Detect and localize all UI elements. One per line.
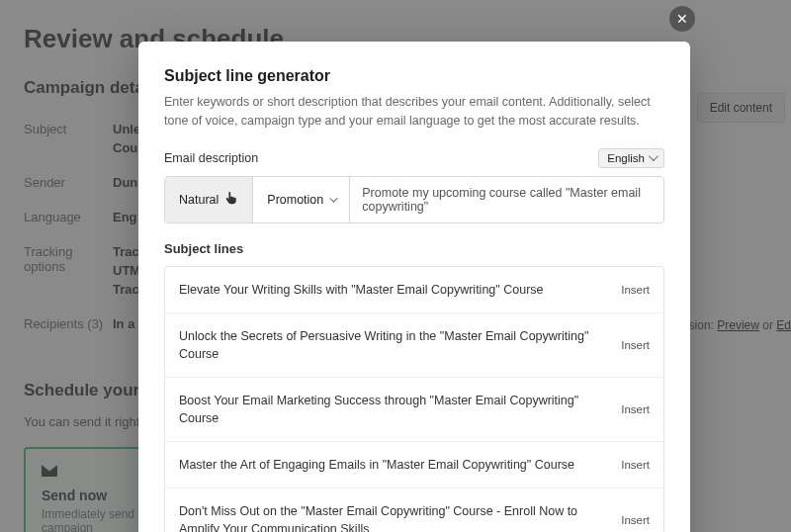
insert-button[interactable]: Insert <box>621 459 650 471</box>
subject-line-text: Don't Miss Out on the "Master Email Copy… <box>179 502 605 532</box>
insert-button[interactable]: Insert <box>621 284 650 296</box>
tone-value: Natural <box>179 193 219 207</box>
modal-helper-text: Enter keywords or short description that… <box>164 93 664 131</box>
insert-button[interactable]: Insert <box>621 514 650 526</box>
subject-line-item: Unlock the Secrets of Persuasive Writing… <box>165 313 663 378</box>
language-selector[interactable]: English <box>598 148 664 168</box>
email-desc-label: Email description <box>164 151 258 165</box>
subject-line-item: Elevate Your Writing Skills with "Master… <box>165 267 663 313</box>
email-desc-header: Email description English <box>164 148 664 168</box>
type-value: Promotion <box>267 193 323 207</box>
subject-lines-label: Subject lines <box>164 241 664 256</box>
insert-button[interactable]: Insert <box>621 403 650 415</box>
close-icon[interactable]: ✕ <box>669 6 695 32</box>
subject-line-item: Don't Miss Out on the "Master Email Copy… <box>165 488 663 532</box>
subject-lines-list: Elevate Your Writing Skills with "Master… <box>164 266 664 533</box>
tone-selector[interactable]: Natural <box>165 177 253 222</box>
subject-line-item: Boost Your Email Marketing Success throu… <box>165 378 663 442</box>
subject-line-text: Unlock the Secrets of Persuasive Writing… <box>179 327 605 363</box>
language-value: English <box>607 152 645 164</box>
cursor-hand-icon <box>224 191 238 208</box>
modal-title: Subject line generator <box>164 67 664 85</box>
description-input[interactable]: Promote my upcoming course called "Maste… <box>350 177 663 222</box>
description-text: Promote my upcoming course called "Maste… <box>362 186 652 214</box>
insert-button[interactable]: Insert <box>621 339 650 351</box>
subject-line-text: Elevate Your Writing Skills with "Master… <box>179 281 605 299</box>
subject-line-item: Master the Art of Engaging Emails in "Ma… <box>165 442 663 488</box>
type-selector[interactable]: Promotion <box>253 177 350 222</box>
subject-line-text: Boost Your Email Marketing Success throu… <box>179 392 605 427</box>
chevron-down-icon <box>649 151 659 161</box>
subject-generator-modal: ✕ Subject line generator Enter keywords … <box>138 42 690 532</box>
subject-line-text: Master the Art of Engaging Emails in "Ma… <box>179 456 605 474</box>
chevron-down-icon <box>329 194 337 202</box>
description-bar: Natural Promotion Promote my upcoming co… <box>164 176 664 223</box>
